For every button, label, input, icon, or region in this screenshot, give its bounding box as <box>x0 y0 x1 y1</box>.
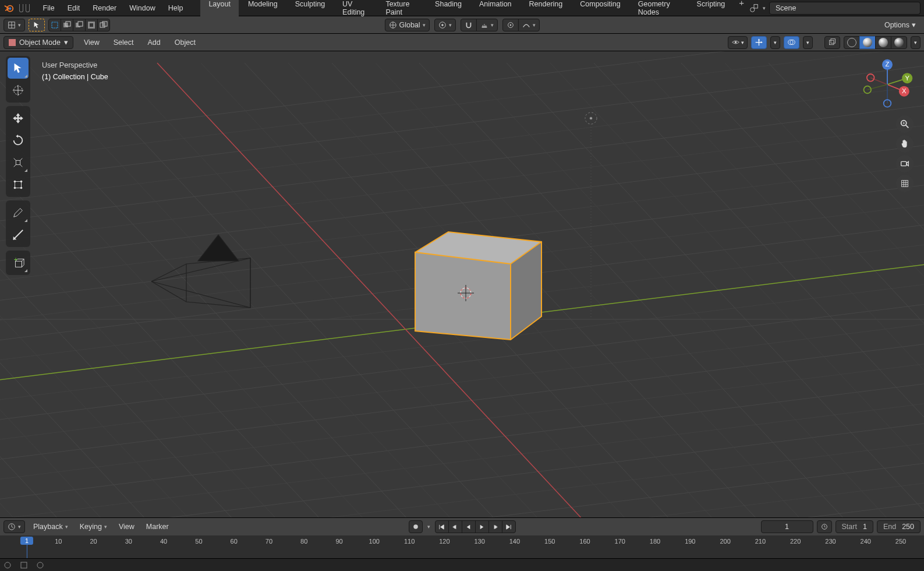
navigation-gizmo[interactable]: X Y Z <box>861 58 914 111</box>
menu-window[interactable]: Window <box>123 2 161 15</box>
svg-line-61 <box>0 63 204 517</box>
svg-text:+: + <box>14 256 18 263</box>
tool-select-box-toggle[interactable] <box>29 19 45 31</box>
svg-line-33 <box>0 51 924 165</box>
proportional-falloff-dropdown[interactable]: ▾ <box>518 19 540 31</box>
menu-render[interactable]: Render <box>87 2 122 15</box>
shading-material[interactable] <box>875 36 891 49</box>
scene-name-field[interactable]: Scene <box>769 2 921 15</box>
timeline-tick: 230 <box>825 538 836 545</box>
tool-select-box[interactable] <box>8 58 29 79</box>
tool-measure[interactable] <box>8 224 29 245</box>
autokey-options-chevron-icon[interactable]: ▾ <box>427 524 430 530</box>
tool-annotate[interactable] <box>8 202 29 223</box>
svg-point-94 <box>590 117 592 119</box>
menu-edit[interactable]: Edit <box>62 2 86 15</box>
editor-type-selector[interactable]: ▾ <box>3 19 25 31</box>
status-nav-icon <box>3 561 12 569</box>
play-reverse[interactable] <box>462 520 476 533</box>
menu-tl-view[interactable]: View <box>115 520 138 533</box>
object-mode-icon <box>9 39 16 46</box>
tool-move[interactable] <box>8 108 29 129</box>
xray-toggle[interactable] <box>824 36 840 49</box>
end-frame-field[interactable]: End 250 <box>877 520 921 533</box>
object-visibility-dropdown[interactable]: ▾ <box>728 36 748 49</box>
transform-orientation-dropdown[interactable]: Global ▾ <box>384 19 429 31</box>
tool-transform[interactable] <box>8 174 29 195</box>
shading-solid[interactable] <box>859 36 876 49</box>
svg-rect-30 <box>831 39 836 44</box>
snap-type-dropdown[interactable]: ▾ <box>476 19 498 31</box>
select-mode-extend[interactable] <box>61 19 73 31</box>
options-dropdown[interactable]: Options ▾ <box>880 20 921 29</box>
svg-line-90 <box>151 281 186 302</box>
timeline-tick: 190 <box>685 538 695 545</box>
svg-text:X: X <box>902 87 907 94</box>
shading-rendered[interactable] <box>891 36 907 49</box>
menu-add[interactable]: Add <box>142 36 167 49</box>
tool-rotate[interactable] <box>8 130 29 151</box>
select-mode-new[interactable] <box>48 19 61 31</box>
menu-object[interactable]: Object <box>169 36 201 49</box>
shading-wireframe[interactable] <box>844 36 860 49</box>
select-mode-invert[interactable] <box>85 19 98 31</box>
scene-icon[interactable] <box>749 3 759 13</box>
timeline-ruler[interactable]: 1102030405060708090100110120130140150160… <box>0 535 924 558</box>
tool-add-primitive[interactable]: + <box>8 252 29 273</box>
interaction-mode-dropdown[interactable]: Object Mode ▾ <box>3 36 73 49</box>
proportional-edit-toggle[interactable] <box>502 19 519 31</box>
svg-line-47 <box>0 320 924 443</box>
svg-line-79 <box>507 63 924 517</box>
menu-select[interactable]: Select <box>108 36 140 49</box>
select-mode-subtract[interactable] <box>73 19 86 31</box>
timeline-editor-type[interactable]: ▾ <box>3 520 25 533</box>
timeline-tick: 20 <box>90 538 97 545</box>
show-overlays-toggle[interactable] <box>784 36 799 49</box>
pivot-point-dropdown[interactable]: ▾ <box>434 19 456 31</box>
timeline-tick: 180 <box>650 538 660 545</box>
timeline-header: ▾ Playback ▾ Keying ▾ View Marker ▾ 1 <box>0 518 924 535</box>
keyframe-next[interactable] <box>488 520 502 533</box>
timeline-tick: 10 <box>55 538 62 545</box>
pan-button[interactable] <box>896 135 914 153</box>
timeline-tick: 80 <box>300 538 307 545</box>
scene-browse-chevron-icon[interactable]: ▾ <box>763 5 766 11</box>
shading-options-dropdown[interactable]: ▾ <box>911 36 921 49</box>
select-mode-intersect[interactable] <box>97 19 110 31</box>
autokey-toggle[interactable] <box>409 520 423 533</box>
play-forward[interactable] <box>475 520 489 533</box>
current-frame-field[interactable]: 1 <box>761 520 813 533</box>
gizmo-options-dropdown[interactable]: ▾ <box>770 36 780 49</box>
menu-file[interactable]: File <box>37 2 61 15</box>
svg-rect-107 <box>15 182 22 188</box>
menu-help[interactable]: Help <box>162 2 189 15</box>
snap-toggle[interactable] <box>461 19 477 31</box>
menu-marker[interactable]: Marker <box>143 520 172 533</box>
timeline-tick: 50 <box>195 538 202 545</box>
start-frame-field[interactable]: Start 1 <box>836 520 873 533</box>
timeline-playhead[interactable]: 1 <box>20 537 33 545</box>
svg-point-25 <box>509 24 511 26</box>
perspective-toggle-button[interactable] <box>896 175 914 192</box>
timeline-tick: 90 <box>335 538 342 545</box>
jump-to-end[interactable] <box>502 520 516 533</box>
svg-line-84 <box>725 63 924 517</box>
overlay-options-dropdown[interactable]: ▾ <box>803 36 813 49</box>
camera-view-button[interactable] <box>896 155 914 172</box>
show-gizmo-toggle[interactable] <box>751 36 767 49</box>
timeline-tick: 150 <box>544 538 555 545</box>
jump-to-start[interactable] <box>435 520 449 533</box>
menu-view[interactable]: View <box>78 36 105 49</box>
top-menubar: File Edit Render Window Help Layout Mode… <box>0 0 924 16</box>
menu-playback[interactable]: Playback ▾ <box>30 520 72 533</box>
keyframe-prev[interactable] <box>448 520 462 533</box>
preview-range-toggle[interactable] <box>817 520 832 533</box>
tool-cursor[interactable] <box>8 80 29 101</box>
svg-rect-7 <box>52 22 58 28</box>
svg-text:Z: Z <box>886 61 890 68</box>
menu-keying[interactable]: Keying ▾ <box>76 520 111 533</box>
tool-scale[interactable] <box>8 152 29 173</box>
zoom-button[interactable] <box>896 115 914 133</box>
timeline-tick: 240 <box>861 538 871 545</box>
3d-viewport[interactable]: /* placeholder */ <box>0 51 924 517</box>
